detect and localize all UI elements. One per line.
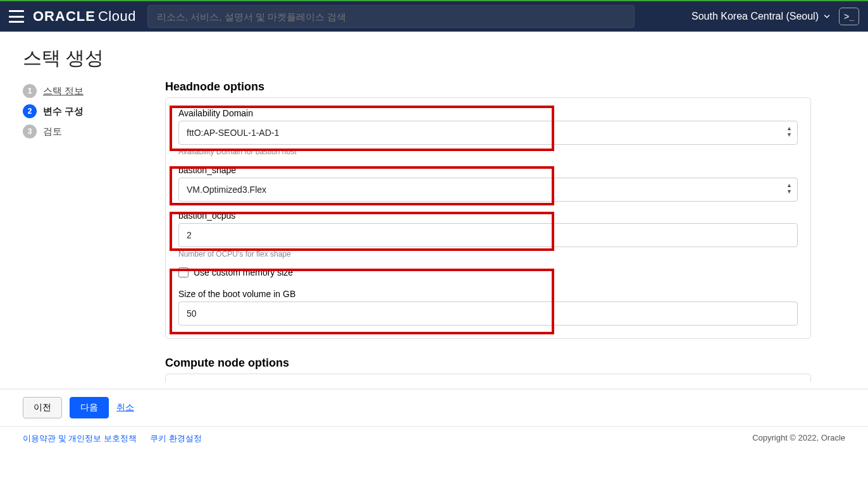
next-button[interactable]: 다음 [70,397,109,418]
field-bastion-shape: bastion_shape VM.Optimized3.Flex ▲▼ [178,165,798,202]
terms-link[interactable]: 이용약관 및 개인정보 보호정책 [23,434,137,443]
brand-logo: ORACLE Cloud [33,8,136,25]
ocpu-value: 2 [187,230,192,240]
topbar: ORACLE Cloud South Korea Central (Seoul)… [0,0,868,32]
field-custom-memory: Use custom memory size [178,267,798,277]
menu-icon[interactable] [9,10,24,23]
step-number: 3 [23,125,37,138]
step-number: 2 [23,104,37,118]
wizard-steps: 1 스택 정보 2 변수 구성 3 검토 [23,80,165,382]
terminal-icon: >_ [844,11,854,21]
step-label: 변수 구성 [43,106,84,118]
shape-select[interactable]: VM.Optimized3.Flex ▲▼ [178,178,798,202]
search-input[interactable] [147,5,635,28]
brand-light: Cloud [98,8,136,25]
main-content: Headnode options Availability Domain ftt… [165,80,868,382]
wizard-step-2: 2 변수 구성 [23,104,165,118]
region-label: South Korea Central (Seoul) [691,11,819,22]
custom-memory-label: Use custom memory size [194,267,293,277]
compute-heading: Compute node options [165,356,811,370]
search-container [147,5,680,28]
compute-panel [165,374,811,382]
cookies-link[interactable]: 쿠키 환경설정 [150,434,202,443]
ad-label: Availability Domain [178,108,798,118]
headnode-panel: Availability Domain fttO:AP-SEOUL-1-AD-1… [165,97,811,339]
step-label: 검토 [43,126,62,138]
ocpu-input[interactable]: 2 [178,223,798,247]
ad-value: fttO:AP-SEOUL-1-AD-1 [187,128,279,138]
boot-value: 50 [187,308,197,319]
ad-help: Availability Domain for bastion host [178,147,798,156]
brand-strong: ORACLE [33,8,96,25]
ocpu-label: bastion_ocpus [178,210,798,221]
field-boot-volume: Size of the boot volume in GB 50 [178,289,798,326]
headnode-heading: Headnode options [165,80,811,94]
chevron-down-icon [822,12,831,21]
step-label[interactable]: 스택 정보 [43,85,84,97]
boot-label: Size of the boot volume in GB [178,289,798,299]
field-bastion-ocpus: bastion_ocpus 2 Number of OCPU's for fle… [178,210,798,259]
wizard-step-1[interactable]: 1 스택 정보 [23,84,165,98]
stepper-icon[interactable]: ▲▼ [786,125,792,138]
region-selector[interactable]: South Korea Central (Seoul) [691,11,831,22]
shape-label: bastion_shape [178,165,798,175]
boot-input[interactable]: 50 [178,301,798,326]
stepper-icon[interactable]: ▲▼ [786,182,792,195]
page-title: 스택 생성 [0,32,868,80]
shape-value: VM.Optimized3.Flex [187,185,266,195]
wizard-step-3: 3 검토 [23,125,165,138]
prev-button[interactable]: 이전 [23,397,62,418]
footer-links: 이용약관 및 개인정보 보호정책 쿠키 환경설정 [23,433,213,444]
copyright: Copyright © 2022, Oracle [752,433,845,444]
footer: 이용약관 및 개인정보 보호정책 쿠키 환경설정 Copyright © 202… [0,426,868,451]
cloud-shell-button[interactable]: >_ [839,8,859,25]
custom-memory-checkbox[interactable] [178,267,189,277]
ocpu-help: Number of OCPU's for flex shape [178,250,798,259]
button-bar: 이전 다음 취소 [0,389,868,426]
ad-select[interactable]: fttO:AP-SEOUL-1-AD-1 ▲▼ [178,121,798,145]
step-number: 1 [23,84,37,98]
field-availability-domain: Availability Domain fttO:AP-SEOUL-1-AD-1… [178,108,798,156]
cancel-link[interactable]: 취소 [116,402,134,413]
